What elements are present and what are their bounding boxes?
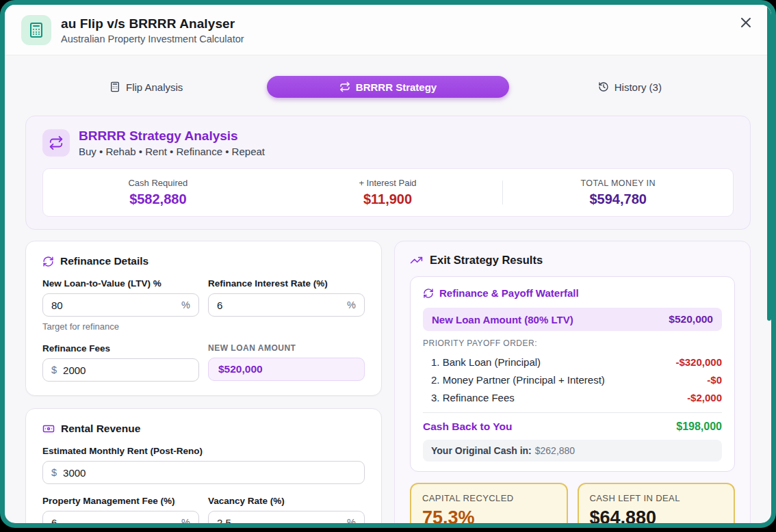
rental-revenue-card: Rental Revenue Estimated Monthly Rent (P… bbox=[25, 408, 382, 528]
refresh-icon bbox=[42, 256, 54, 267]
row-label: 3. Refinance Fees bbox=[431, 392, 515, 403]
ltv-input[interactable] bbox=[51, 300, 181, 311]
stat-cash-required: Cash Required $582,880 bbox=[43, 178, 273, 207]
row-label: Cash Back to You bbox=[423, 421, 512, 433]
tab-brrrr-strategy[interactable]: BRRRR Strategy bbox=[267, 76, 508, 98]
fees-input-wrap: $ bbox=[42, 358, 199, 382]
metric-value: $64,880 bbox=[590, 507, 723, 528]
ltv-field-group: New Loan-to-Value (LTV) % % Target for r… bbox=[42, 278, 199, 332]
note-label: Your Original Cash in: bbox=[431, 445, 532, 456]
metric-cards: CAPITAL RECYCLED 75.3% CASH LEFT IN DEAL… bbox=[410, 483, 735, 528]
repeat-icon bbox=[339, 81, 350, 92]
original-cash-note: Your Original Cash in:$262,880 bbox=[423, 440, 722, 462]
page-title: au Flip v/s BRRRR Analyser bbox=[61, 16, 244, 31]
mgmt-input[interactable] bbox=[51, 517, 181, 529]
field-label: Refinance Interest Rate (%) bbox=[208, 278, 365, 289]
close-button[interactable] bbox=[736, 12, 756, 33]
new-loan-group: NEW LOAN AMOUNT $520,000 bbox=[208, 343, 365, 382]
stat-label: TOTAL MONEY IN bbox=[581, 178, 656, 188]
dollar-prefix: $ bbox=[51, 364, 57, 375]
card-header: Exit Strategy Results bbox=[410, 254, 735, 267]
rental-row-2: Property Management Fee (%) % Vacancy Ra… bbox=[42, 496, 365, 528]
calculator-icon bbox=[109, 81, 120, 92]
payoff-order-header: PRIORITY PAYOFF ORDER: bbox=[423, 338, 722, 348]
ltv-input-wrap: % bbox=[42, 293, 199, 317]
stat-value: $594,780 bbox=[589, 191, 646, 207]
stat-label: Cash Required bbox=[128, 178, 187, 188]
left-column: Refinance Details New Loan-to-Value (LTV… bbox=[25, 241, 382, 528]
cash-back-row: Cash Back to You $198,000 bbox=[423, 419, 722, 440]
card-title: Refinance Details bbox=[60, 255, 148, 267]
header-titles: au Flip v/s BRRRR Analyser Australian Pr… bbox=[61, 16, 244, 44]
banknote-icon bbox=[42, 423, 55, 435]
capital-recycled-card: CAPITAL RECYCLED 75.3% bbox=[410, 483, 568, 528]
metric-label: CASH LEFT IN DEAL bbox=[590, 493, 723, 503]
tab-bar: Flip Analysis BRRRR Strategy History (3) bbox=[25, 76, 751, 98]
right-column: Exit Strategy Results Refinance & Payoff… bbox=[394, 241, 751, 528]
brrrr-summary-header: BRRRR Strategy Analysis Buy • Rehab • Re… bbox=[42, 129, 734, 157]
card-title: Rental Revenue bbox=[61, 423, 140, 435]
row-value: $520,000 bbox=[669, 313, 713, 325]
calculator-icon bbox=[21, 15, 51, 45]
row-value: -$2,000 bbox=[687, 392, 722, 403]
row-label: 1. Bank Loan (Principal) bbox=[431, 356, 541, 368]
section-title: BRRRR Strategy Analysis bbox=[79, 129, 265, 144]
rent-input[interactable] bbox=[63, 467, 356, 479]
tab-flip-analysis[interactable]: Flip Analysis bbox=[25, 76, 267, 98]
cash-left-in-deal-card: CASH LEFT IN DEAL $64,880 bbox=[578, 483, 736, 528]
tab-label: History (3) bbox=[615, 81, 662, 93]
payoff-waterfall-card: Refinance & Payoff Waterfall New Loan Am… bbox=[410, 276, 735, 472]
refinance-details-card: Refinance Details New Loan-to-Value (LTV… bbox=[25, 241, 382, 396]
brrrr-summary-card: BRRRR Strategy Analysis Buy • Rehab • Re… bbox=[25, 116, 751, 230]
rate-input[interactable] bbox=[217, 300, 347, 311]
rent-field-group: Estimated Monthly Rent (Post-Reno) $ bbox=[42, 446, 365, 484]
history-icon bbox=[598, 81, 609, 92]
ltv-hint: Target for refinance bbox=[42, 321, 199, 332]
analyser-modal: au Flip v/s BRRRR Analyser Australian Pr… bbox=[0, 0, 776, 528]
vacancy-input[interactable] bbox=[217, 517, 347, 529]
fees-input[interactable] bbox=[63, 364, 190, 376]
repeat-icon bbox=[42, 129, 70, 157]
new-loan-row: New Loan Amount (80% LTV) $520,000 bbox=[423, 308, 722, 331]
refresh-icon bbox=[423, 288, 434, 299]
stat-interest-paid: + Interest Paid $11,900 bbox=[273, 178, 503, 207]
percent-suffix: % bbox=[181, 300, 190, 310]
row-value: -$320,000 bbox=[675, 356, 722, 368]
dollar-prefix: $ bbox=[51, 467, 57, 478]
row-label: New Loan Amount (80% LTV) bbox=[432, 314, 573, 325]
mgmt-fee-group: Property Management Fee (%) % bbox=[42, 496, 199, 528]
row-label: 2. Money Partner (Principal + Interest) bbox=[431, 374, 605, 386]
percent-suffix: % bbox=[347, 300, 356, 310]
stat-label: + Interest Paid bbox=[359, 178, 416, 188]
card-header: Refinance Details bbox=[42, 255, 365, 267]
stat-value: $11,900 bbox=[363, 191, 412, 207]
field-label: Vacancy Rate (%) bbox=[208, 496, 365, 506]
tab-history[interactable]: History (3) bbox=[509, 76, 751, 98]
fees-field-group: Refinance Fees $ bbox=[42, 343, 199, 382]
refinance-row-1: New Loan-to-Value (LTV) % % Target for r… bbox=[42, 278, 365, 332]
section-subtitle: Buy • Rehab • Rent • Refinance • Repeat bbox=[79, 146, 265, 157]
metric-value: 75.3% bbox=[422, 507, 556, 528]
rate-input-wrap: % bbox=[208, 293, 365, 317]
new-loan-amount-display: $520,000 bbox=[208, 358, 365, 381]
percent-suffix: % bbox=[347, 517, 356, 528]
tab-label: Flip Analysis bbox=[126, 81, 183, 93]
field-label: Estimated Monthly Rent (Post-Reno) bbox=[42, 446, 365, 456]
mgmt-input-wrap: % bbox=[42, 511, 199, 528]
stat-value: $582,880 bbox=[129, 191, 186, 207]
waterfall-header: Refinance & Payoff Waterfall bbox=[423, 287, 722, 299]
row-value: $198,000 bbox=[676, 421, 722, 433]
waterfall-title: Refinance & Payoff Waterfall bbox=[439, 287, 579, 299]
exit-strategy-card: Exit Strategy Results Refinance & Payoff… bbox=[394, 241, 751, 528]
metric-label: CAPITAL RECYCLED bbox=[422, 493, 556, 503]
vacancy-input-wrap: % bbox=[208, 511, 365, 528]
stat-total-money-in: TOTAL MONEY IN $594,780 bbox=[503, 178, 733, 207]
field-label: Property Management Fee (%) bbox=[42, 496, 199, 506]
rent-input-wrap: $ bbox=[42, 461, 365, 484]
vacancy-group: Vacancy Rate (%) % bbox=[208, 496, 365, 528]
scrollbar-thumb[interactable] bbox=[767, 5, 771, 321]
card-title: Exit Strategy Results bbox=[430, 254, 543, 267]
card-header: Rental Revenue bbox=[42, 423, 365, 435]
payoff-row-money-partner: 2. Money Partner (Principal + Interest) … bbox=[423, 371, 722, 388]
close-icon bbox=[738, 14, 754, 31]
